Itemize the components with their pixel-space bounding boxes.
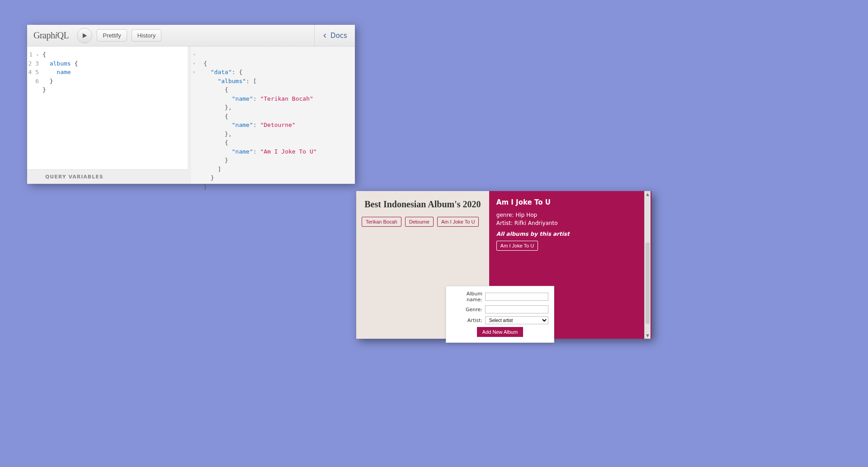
query-code: { albums { name } } <box>42 50 188 169</box>
query-variables-bar[interactable]: QUERY VARIABLES <box>27 169 188 184</box>
graphiql-toolbar: GraphiQL Prettify History Docs <box>27 25 355 47</box>
execute-button[interactable] <box>77 28 92 43</box>
query-pane: 1 ▾ 2 3 4 5 6 { albums { name } } QUERY … <box>27 47 191 184</box>
albums-app-window: Best Indonesian Album's 2020 Terikan Boc… <box>356 191 651 339</box>
detail-title: Am I Joke To U <box>496 198 644 206</box>
all-albums-by-artist-label: All albums by this artist <box>496 231 644 237</box>
play-icon <box>81 33 88 39</box>
scrollbar-vertical[interactable]: ▲ ▼ <box>644 191 651 339</box>
artist-select[interactable]: Select artist <box>485 316 548 324</box>
detail-genre: genre: Hip Hop <box>496 212 644 218</box>
add-album-form: Album name: Genre: Artist: Select artist… <box>446 286 554 343</box>
album-chip[interactable]: Detourne <box>405 217 434 227</box>
album-chip-list: Terikan Bocah Detourne Am I Joke To U <box>362 217 484 227</box>
album-chip[interactable]: Terikan Bocah <box>362 217 401 227</box>
scroll-down-icon[interactable]: ▼ <box>645 332 651 339</box>
fold-gutter: ▾ ▾ ▾ <box>193 50 196 77</box>
history-button[interactable]: History <box>132 29 161 42</box>
artist-album-chip[interactable]: Am I Joke To U <box>496 241 538 251</box>
genre-input[interactable] <box>485 305 548 313</box>
query-editor[interactable]: 1 ▾ 2 3 4 5 6 { albums { name } } <box>27 47 188 169</box>
chevron-left-icon <box>322 32 328 39</box>
scroll-thumb[interactable] <box>646 243 650 324</box>
album-name-input[interactable] <box>485 293 548 301</box>
genre-label: Genre: <box>452 307 482 313</box>
app-title: Best Indonesian Album's 2020 <box>362 199 484 210</box>
docs-toggle[interactable]: Docs <box>314 25 355 46</box>
line-gutter: 1 ▾ 2 3 4 5 6 <box>27 50 42 169</box>
prettify-button[interactable]: Prettify <box>97 29 127 42</box>
scroll-up-icon[interactable]: ▲ <box>645 191 651 197</box>
graphiql-logo: GraphiQL <box>33 30 69 41</box>
album-name-label: Album name: <box>452 291 482 303</box>
result-pane: ▾ ▾ ▾ { "data": { "albums": [ { "name": … <box>191 47 355 184</box>
detail-artist: Artist: Rifki Andriyanto <box>496 220 644 226</box>
graphiql-window: GraphiQL Prettify History Docs 1 ▾ 2 3 4… <box>27 25 355 184</box>
docs-label: Docs <box>330 32 347 40</box>
album-chip[interactable]: Am I Joke To U <box>437 217 479 227</box>
add-album-button[interactable]: Add New Album <box>477 327 523 337</box>
artist-label: Artist: <box>452 318 482 323</box>
graphiql-body: 1 ▾ 2 3 4 5 6 { albums { name } } QUERY … <box>27 47 355 184</box>
